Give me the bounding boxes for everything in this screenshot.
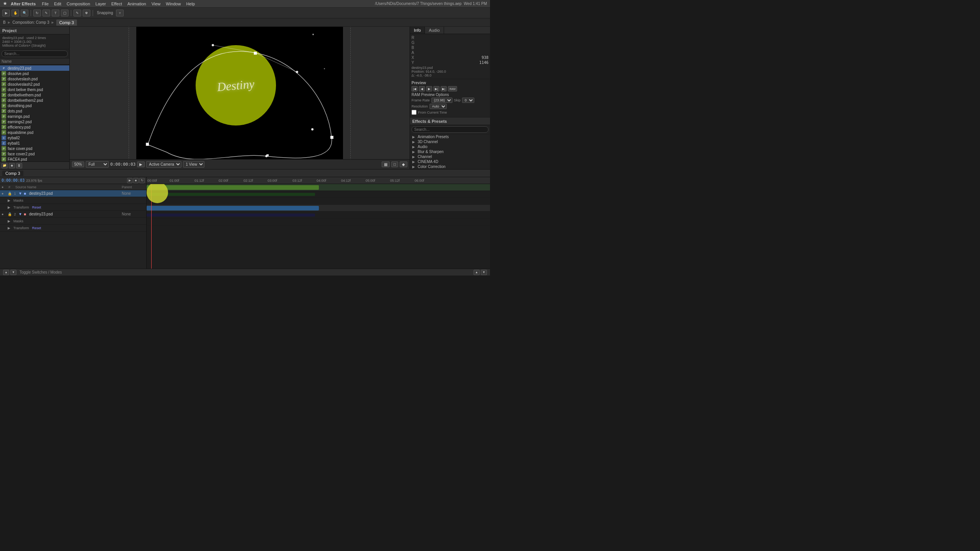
eye-icon-1[interactable]: ● (2, 192, 7, 196)
new-comp-btn[interactable]: ◆ (9, 163, 15, 168)
grid-btn[interactable]: ▦ (382, 161, 390, 167)
status-btn-2[interactable]: ▼ (10, 270, 16, 275)
tl-ruler[interactable]: 00:00f 01:00f 01:12f 02:00f 02:12f 03:00… (147, 177, 490, 184)
expand-arrow-1[interactable]: ▼ (18, 191, 23, 196)
reset-2[interactable]: Reset (32, 226, 41, 230)
next-frame-btn[interactable]: ▶| (433, 86, 439, 91)
layer-2-masks[interactable]: ▶ Masks (0, 218, 146, 225)
layer-row-2[interactable]: ● 🔒 2 ▼ ■ destiny23.psd None (0, 211, 146, 218)
resolution-select[interactable]: Full Half Quarter (86, 161, 109, 168)
menu-layer[interactable]: Layer (93, 2, 108, 6)
hand-tool[interactable]: ✋ (11, 10, 19, 16)
breadcrumb-b[interactable]: B (3, 20, 6, 24)
project-search-input[interactable] (2, 51, 68, 57)
skip-to-end-btn[interactable]: ▶| (441, 86, 447, 91)
file-item-facecover[interactable]: P face cover.psd (0, 146, 69, 151)
file-item-dissolveslash[interactable]: P dissolveslash.psd (0, 76, 69, 82)
effect-channel[interactable]: ▶ Channel (410, 154, 490, 159)
tl-track-1[interactable] (147, 184, 490, 191)
toggle-switches-label[interactable]: Toggle Switches / Modes (20, 270, 62, 274)
eye-icon-2[interactable]: ● (2, 212, 7, 216)
ram-preview-btn[interactable]: RAM (448, 86, 457, 91)
rotate-tool[interactable]: ↻ (33, 10, 41, 16)
layer-row-1[interactable]: ● 🔒 1 ▼ ■ destiny23.psd None (0, 190, 146, 197)
skip-to-start-btn[interactable]: |◀ (412, 86, 418, 91)
new-folder-btn[interactable]: 📁 (2, 163, 8, 168)
shape-tool[interactable]: ▢ (61, 10, 69, 16)
effects-search-input[interactable] (412, 126, 488, 133)
effect-3d-channel[interactable]: ▶ 3D Channel (410, 139, 490, 144)
menu-composition[interactable]: Composition (64, 2, 92, 6)
file-item-dontbelivethem2[interactable]: P dontbelivethem2.psd (0, 98, 69, 103)
tl-playhead[interactable] (151, 184, 152, 269)
status-btn-1[interactable]: ▲ (3, 270, 9, 275)
opacity-btn[interactable]: ◆ (400, 161, 407, 167)
status-btn-3[interactable]: ▲ (474, 270, 480, 275)
delete-btn[interactable]: 🗑 (16, 163, 22, 168)
tab-info[interactable]: Info (410, 27, 425, 34)
reset-1[interactable]: Reset (32, 205, 41, 209)
clone-tool[interactable]: ✾ (83, 10, 90, 16)
file-item-earnings2[interactable]: P earnings2.psd (0, 119, 69, 124)
menu-help[interactable]: Help (184, 2, 197, 6)
prev-frame-btn[interactable]: ◀ (419, 86, 425, 91)
file-item-dissolve[interactable]: P dissolve.psd (0, 71, 69, 76)
select-tool[interactable]: ▶ (2, 10, 10, 16)
views-select[interactable]: 1 View (183, 161, 204, 168)
safe-zones-btn[interactable]: □ (391, 161, 398, 167)
snapping-toggle[interactable]: ▿ (116, 10, 124, 16)
camera-btn[interactable]: ▶ (137, 161, 145, 167)
file-item-facecover2[interactable]: P face cover2.psd (0, 151, 69, 156)
effect-blur-sharpen[interactable]: ▶ Blur & Sharpen (410, 149, 490, 154)
menu-animation[interactable]: Animation (125, 2, 149, 6)
timeline-tab-comp3[interactable]: Comp 3 (2, 171, 23, 176)
file-item-donothing[interactable]: P donothing.psd (0, 103, 69, 108)
file-item-efficiency[interactable]: P efficiency.psd (0, 124, 69, 130)
view-select[interactable]: Active Camera (146, 161, 181, 168)
breadcrumb-composition[interactable]: Composition: Comp 3 (13, 20, 49, 24)
skip-select[interactable]: 0 (462, 98, 474, 103)
layer-2-transform[interactable]: ▶ Transform Reset (0, 225, 146, 231)
file-item-eyball2[interactable]: C eyball2 (0, 135, 69, 140)
menu-window[interactable]: Window (163, 2, 183, 6)
tl-loop-btn[interactable]: ↻ (139, 178, 145, 183)
effect-animation-presets[interactable]: ▶ Animation Presets (410, 134, 490, 139)
tl-track-2[interactable] (147, 205, 490, 212)
file-item-face4[interactable]: P FACE4.psd (0, 156, 69, 161)
status-btn-4[interactable]: ▼ (481, 270, 487, 275)
arrow-icon: ▶ (412, 160, 416, 164)
paint-tool[interactable]: ✎ (74, 10, 81, 16)
file-item-dontbelive[interactable]: P dont belive them.psd (0, 87, 69, 92)
menu-file[interactable]: File (39, 2, 51, 6)
tl-tracks[interactable] (147, 184, 490, 269)
file-item-dissolveslash2[interactable]: P dissolveslash2.psd (0, 82, 69, 87)
frame-rate-select[interactable]: (23.98) (431, 98, 452, 103)
from-current-checkbox[interactable] (412, 110, 416, 115)
menu-edit[interactable]: Edit (52, 2, 64, 6)
pen-tool[interactable]: ✎ (42, 10, 50, 16)
file-item-destiny23[interactable]: P destiny23.psd (0, 65, 69, 71)
effect-cinema4d[interactable]: ▶ CINEMA 4D (410, 159, 490, 164)
file-item-dots[interactable]: P dots.psd (0, 108, 69, 114)
text-tool[interactable]: T (52, 10, 59, 16)
effect-color-correction[interactable]: ▶ Color Correction (410, 164, 490, 169)
layer-1-transform[interactable]: ▶ Transform Reset (0, 204, 146, 211)
magnification-btn[interactable]: 50% (72, 161, 84, 167)
expand-arrow-2[interactable]: ▼ (18, 212, 23, 216)
res-preview-select[interactable]: Auto Full (430, 104, 447, 109)
comp-tab-active[interactable]: Comp 3 (56, 20, 77, 26)
effect-audio[interactable]: ▶ Audio (410, 144, 490, 149)
play-btn[interactable]: ▶ (426, 86, 432, 91)
layer-1-masks[interactable]: ▶ Masks (0, 197, 146, 204)
file-item-earnings[interactable]: P earnings.psd (0, 114, 69, 119)
tl-play-btn[interactable]: ▶ (127, 178, 132, 183)
file-item-equalstime[interactable]: P equalstime.psd (0, 130, 69, 135)
zoom-tool[interactable]: 🔍 (21, 10, 28, 16)
comp-viewer[interactable]: Destiny (70, 27, 410, 159)
tab-audio[interactable]: Audio (425, 27, 444, 34)
tl-stop-btn[interactable]: ■ (133, 178, 139, 183)
file-item-eyball1[interactable]: C eyball1 (0, 140, 69, 146)
menu-effect[interactable]: Effect (109, 2, 124, 6)
menu-view[interactable]: View (149, 2, 163, 6)
file-item-dontbelivethem[interactable]: P dontbelivethem.psd (0, 92, 69, 98)
